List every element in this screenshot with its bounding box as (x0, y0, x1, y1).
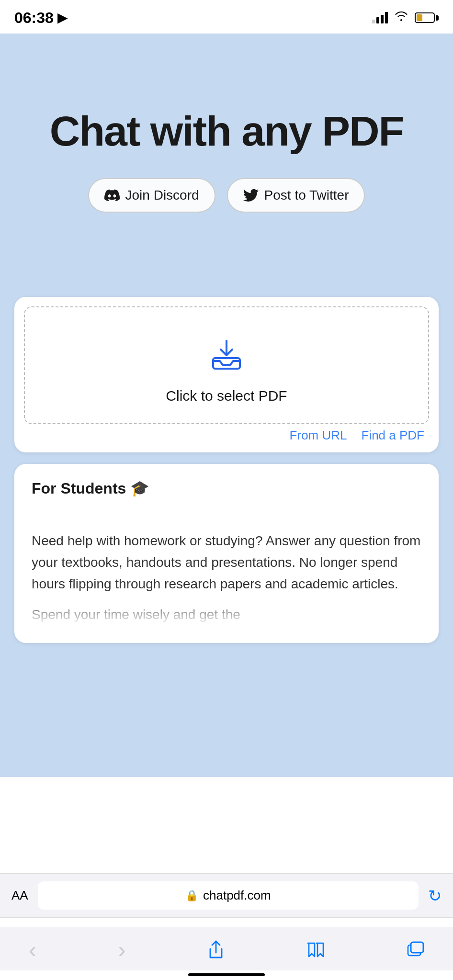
browser-bar: AA 🔒 chatpdf.com ↻ (0, 873, 453, 918)
post-to-twitter-button[interactable]: Post to Twitter (227, 178, 365, 213)
forward-button[interactable]: › (118, 936, 125, 963)
url-text: chatpdf.com (203, 888, 271, 903)
home-indicator (188, 973, 265, 976)
signal-strength-icon (372, 12, 388, 23)
feature-card-fading-text: Spend your time wisely and get the (32, 604, 421, 626)
upload-label: Click to select PDF (166, 388, 287, 404)
hero-buttons: Join Discord Post to Twitter (88, 178, 365, 213)
font-size-control[interactable]: AA (11, 888, 28, 903)
svg-rect-2 (411, 942, 423, 953)
back-button[interactable]: ‹ (29, 936, 36, 963)
main-content: Click to select PDF From URL Find a PDF … (0, 282, 453, 777)
tabs-button[interactable] (407, 941, 424, 958)
battery-icon (415, 12, 439, 23)
clock: 06:38 (14, 9, 54, 27)
url-bar[interactable]: 🔒 chatpdf.com (38, 881, 419, 910)
refresh-button[interactable]: ↻ (428, 886, 442, 905)
twitter-icon (243, 188, 259, 203)
discord-icon (104, 188, 120, 203)
share-button[interactable] (207, 940, 225, 959)
hero-section: Chat with any PDF Join Discord Post to T… (0, 34, 453, 282)
upload-inbox-icon (207, 336, 246, 376)
status-icons (372, 11, 439, 24)
feature-card-title: For Students 🎓 (32, 479, 421, 497)
discord-label: Join Discord (125, 188, 199, 203)
feature-card-body: Need help with homework or studying? Ans… (14, 513, 439, 643)
join-discord-button[interactable]: Join Discord (88, 178, 215, 213)
bottom-nav: ‹ › (0, 927, 453, 970)
svg-rect-0 (213, 358, 240, 369)
feature-card-header: For Students 🎓 (14, 464, 439, 513)
lock-icon: 🔒 (185, 890, 198, 902)
feature-card-text: Need help with homework or studying? Ans… (32, 530, 421, 595)
feature-card-students: For Students 🎓 Need help with homework o… (14, 464, 439, 643)
upload-links: From URL Find a PDF (24, 428, 429, 443)
bookmarks-button[interactable] (306, 941, 325, 958)
feature-card-text-container: Need help with homework or studying? Ans… (32, 530, 421, 626)
upload-card[interactable]: Click to select PDF From URL Find a PDF (14, 297, 439, 452)
status-time: 06:38 ▶ (14, 9, 67, 27)
status-bar: 06:38 ▶ (0, 0, 453, 34)
from-url-link[interactable]: From URL (290, 428, 347, 443)
upload-area[interactable]: Click to select PDF (24, 306, 429, 424)
find-pdf-link[interactable]: Find a PDF (362, 428, 425, 443)
twitter-label: Post to Twitter (264, 188, 349, 203)
hero-title: Chat with any PDF (50, 108, 404, 155)
location-arrow-icon: ▶ (57, 11, 67, 25)
wifi-icon (395, 11, 408, 24)
